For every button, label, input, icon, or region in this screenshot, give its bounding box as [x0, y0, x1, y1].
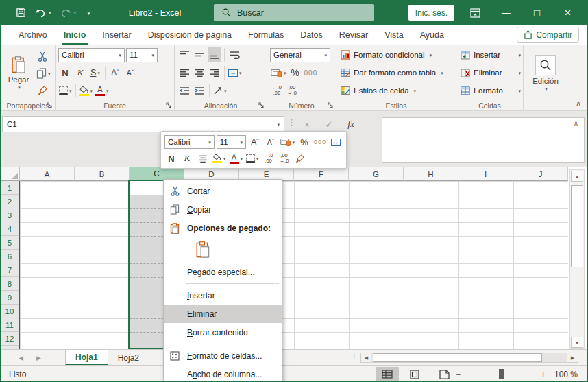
- tab-datos[interactable]: Datos: [292, 25, 331, 45]
- collapse-formula-bar-button[interactable]: ∧: [574, 119, 578, 127]
- customize-qat-button[interactable]: ▾: [85, 10, 91, 16]
- menu-item-insertar[interactable]: Insertar: [164, 286, 282, 305]
- mini-italic-button[interactable]: K: [180, 151, 194, 166]
- sheet-bar-handle[interactable]: ⋮: [351, 353, 358, 360]
- mini-merge-button[interactable]: ↔: [329, 134, 343, 150]
- paste-dropdown[interactable]: ▾: [18, 85, 21, 90]
- mini-fill-color-button[interactable]: ▾: [212, 151, 227, 166]
- mini-font-color-button[interactable]: A ▾: [229, 151, 244, 166]
- tab-f-rmulas[interactable]: Fórmulas: [240, 25, 292, 45]
- dialog-launcher-numero[interactable]: [328, 102, 334, 108]
- sheet-tab-hoja1[interactable]: Hoja1: [65, 350, 108, 366]
- zoom-slider-thumb[interactable]: [499, 369, 504, 379]
- search-box[interactable]: Buscar: [214, 4, 374, 21]
- mini-font-size-combo[interactable]: 11▾: [217, 135, 246, 149]
- ribbon-display-options-button[interactable]: [460, 1, 491, 25]
- collapse-ribbon-button[interactable]: ∧: [576, 99, 581, 108]
- row-header-8[interactable]: 8: [1, 277, 19, 291]
- tab-inicio[interactable]: Inicio: [56, 25, 95, 45]
- cell-styles-button[interactable]: Estilos de celda ▾: [341, 82, 454, 99]
- underline-button[interactable]: S▾: [88, 65, 102, 80]
- format-as-table-button[interactable]: Dar formato como tabla ▾: [341, 64, 454, 81]
- menu-item-ancho-de-columna[interactable]: Ancho de columna...: [164, 365, 282, 382]
- fill-color-dropdown[interactable]: ▾: [90, 88, 93, 93]
- undo-dropdown[interactable]: ▾: [49, 10, 51, 15]
- normal-view-button[interactable]: [376, 367, 399, 381]
- delete-cells-button[interactable]: Eliminar ▾: [461, 64, 521, 81]
- decrease-decimal-button[interactable]: ,00→,0: [285, 83, 299, 98]
- mini-font-color-dropdown[interactable]: ▾: [241, 156, 243, 161]
- insert-function-button[interactable]: fx: [341, 116, 361, 132]
- editing-button[interactable]: Edición ▾: [530, 47, 561, 99]
- name-box[interactable]: C1 ▾: [2, 116, 284, 132]
- comma-style-button[interactable]: 000: [304, 65, 319, 80]
- minimize-button[interactable]: —: [491, 1, 522, 25]
- borders-dropdown[interactable]: ▾: [69, 88, 72, 93]
- undo-button[interactable]: ▾: [35, 8, 51, 18]
- page-break-view-button[interactable]: [432, 367, 456, 381]
- mini-accounting-dropdown[interactable]: ▾: [292, 140, 295, 145]
- orientation-dropdown[interactable]: ▾: [224, 88, 227, 93]
- name-box-dropdown[interactable]: ▾: [277, 122, 280, 127]
- column-header-g[interactable]: G: [349, 167, 404, 181]
- scroll-down-button[interactable]: ▼: [571, 337, 583, 348]
- row-header-12[interactable]: 12: [1, 332, 19, 346]
- increase-decimal-button[interactable]: ←.0,00: [270, 83, 284, 98]
- close-button[interactable]: ×: [552, 1, 583, 25]
- column-header-a[interactable]: A: [20, 167, 75, 181]
- select-all-button[interactable]: [1, 167, 20, 181]
- column-header-b[interactable]: B: [75, 167, 130, 181]
- paste-option-keep-source[interactable]: [195, 241, 210, 259]
- mini-grow-font-button[interactable]: Aˆ: [248, 134, 262, 150]
- save-button[interactable]: [16, 8, 26, 18]
- percent-style-button[interactable]: %: [289, 65, 302, 80]
- orientation-button[interactable]: ▾: [212, 83, 228, 98]
- next-sheet-button[interactable]: ▶: [36, 350, 41, 366]
- mini-align-center-button[interactable]: [196, 151, 210, 166]
- menu-item-pegado-especial[interactable]: Pegado especial...: [164, 263, 282, 281]
- editing-dropdown[interactable]: ▾: [545, 86, 548, 91]
- sheet-tab-hoja2[interactable]: Hoja2: [108, 350, 149, 366]
- mini-shrink-font-button[interactable]: Aˇ: [264, 134, 278, 150]
- mini-comma-button[interactable]: 000: [313, 134, 327, 150]
- align-center-button[interactable]: [193, 65, 206, 80]
- mini-fill-color-dropdown[interactable]: ▾: [223, 156, 226, 161]
- merge-center-button[interactable]: ↔▾: [228, 65, 243, 80]
- insert-cells-button[interactable]: Insertar ▾: [461, 47, 521, 63]
- tab-disposici-n-de-p-gina[interactable]: Disposición de página: [140, 25, 240, 45]
- vertical-scroll-thumb[interactable]: [571, 185, 583, 267]
- align-left-button[interactable]: [177, 65, 191, 80]
- previous-sheet-button[interactable]: ◀: [19, 350, 23, 366]
- conditional-formatting-button[interactable]: Formato condicional ▾: [341, 47, 454, 63]
- increase-indent-button[interactable]: [193, 83, 206, 98]
- copy-dropdown[interactable]: ▾: [48, 71, 51, 76]
- font-color-button[interactable]: A ▾: [95, 83, 110, 98]
- align-middle-button[interactable]: [193, 47, 206, 62]
- align-bottom-button[interactable]: [208, 47, 221, 62]
- zoom-level[interactable]: 100 %: [554, 366, 578, 382]
- font-color-dropdown[interactable]: ▾: [106, 88, 109, 93]
- column-header-j[interactable]: J: [513, 167, 568, 181]
- align-top-button[interactable]: [177, 47, 191, 62]
- fill-color-button[interactable]: ▾: [79, 83, 94, 98]
- column-header-f[interactable]: F: [294, 167, 349, 181]
- maximize-button[interactable]: □: [522, 1, 552, 25]
- row-header-6[interactable]: 6: [1, 250, 19, 263]
- menu-item-eliminar[interactable]: Eliminar: [164, 305, 282, 323]
- zoom-in-button[interactable]: +: [541, 366, 546, 382]
- borders-button[interactable]: ▾: [58, 83, 73, 98]
- tab-revisar[interactable]: Revisar: [331, 25, 376, 45]
- menu-item-copiar[interactable]: Copiar: [164, 200, 282, 219]
- row-header-3[interactable]: 3: [1, 208, 19, 222]
- tab-vista[interactable]: Vista: [376, 25, 412, 45]
- accounting-format-button[interactable]: ▾: [270, 65, 287, 80]
- column-header-i[interactable]: I: [458, 167, 513, 181]
- cancel-entry-button[interactable]: ×: [297, 116, 317, 132]
- row-header-9[interactable]: 9: [1, 291, 19, 305]
- align-right-button[interactable]: [208, 65, 221, 80]
- row-header-5[interactable]: 5: [1, 236, 19, 250]
- paste-button[interactable]: Pegar ▾: [3, 47, 34, 99]
- mini-increase-decimal-button[interactable]: ←.0,00: [262, 151, 275, 166]
- page-layout-view-button[interactable]: [403, 367, 426, 381]
- mini-decrease-decimal-button[interactable]: ,00→,0: [278, 151, 291, 166]
